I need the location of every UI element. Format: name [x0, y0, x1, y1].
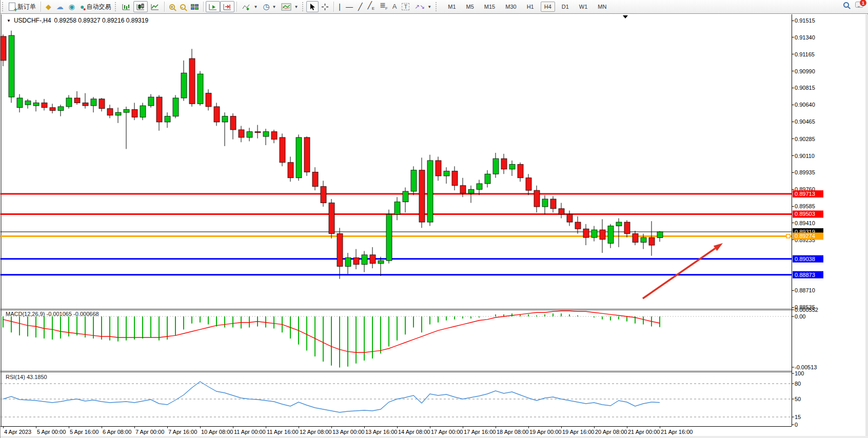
candle-body	[370, 255, 376, 264]
macd-indicator-label: MACD(12,26,9) -0.001065 -0.000668	[6, 311, 99, 317]
templates-button[interactable]: ▼	[279, 1, 301, 12]
toolbar-grip[interactable]	[302, 2, 305, 11]
timeframe-w1-button[interactable]: W1	[576, 2, 591, 12]
vertical-line-button[interactable]: |	[336, 1, 343, 12]
candle-body	[624, 222, 630, 234]
candle-body	[575, 222, 581, 229]
timeframe-h4-button[interactable]: H4	[541, 2, 555, 12]
chart-shift-button[interactable]	[220, 1, 234, 12]
ohlc-values: 0.89258 0.89327 0.89216 0.89319	[54, 17, 149, 24]
chart-window[interactable]: 0.915150.913400.911650.909900.908150.906…	[1, 14, 868, 438]
toolbar-grip[interactable]	[115, 2, 117, 11]
candlestick-chart-icon	[136, 3, 145, 11]
date-tick-label: 12 Apr 08:00	[300, 429, 331, 435]
macd-axis-label: -0.00513	[795, 364, 817, 370]
macd-axis-label: 0.00	[795, 313, 805, 320]
channel-button[interactable]: ╱E	[365, 1, 377, 12]
chevron-down-icon: ▼	[427, 5, 431, 9]
text-button[interactable]: A	[390, 1, 400, 12]
text-label-button[interactable]: T	[399, 1, 412, 12]
date-tick-label: 7 Apr 00:00	[135, 429, 164, 435]
date-tick-label: 19 Apr 00:00	[529, 429, 561, 435]
candle-body	[378, 261, 384, 264]
toolbar: 新订单 ◆ ☁ ◉ ● ● 自动交易	[1, 0, 868, 14]
price-tick-label: 0.91165	[795, 51, 815, 57]
price-tick-label: 0.88710	[795, 287, 815, 293]
crosshair-icon	[321, 3, 329, 11]
toolbar-grip[interactable]	[2, 2, 5, 11]
timeframe-m5-button[interactable]: M5	[463, 2, 478, 12]
toolbar-separator	[236, 2, 237, 12]
candle-body	[99, 99, 105, 109]
date-tick-label: 10 Apr 08:00	[201, 429, 233, 435]
candle-body	[280, 137, 285, 163]
candle-body	[91, 99, 96, 106]
signal-icon: ◉	[69, 3, 75, 10]
arrows-button[interactable]: ↗↘ ▼	[412, 1, 434, 12]
tile-windows-button[interactable]	[188, 1, 201, 12]
timeframe-m15-button[interactable]: M15	[481, 2, 499, 12]
rsi-axis-label: 100	[795, 370, 804, 376]
horizontal-line-button[interactable]: —	[343, 1, 356, 12]
zoom-out-button[interactable]: -	[177, 1, 188, 12]
candle-body	[329, 203, 334, 234]
candle-body	[173, 98, 179, 116]
rsi-axis-label: 80	[795, 381, 801, 387]
timeframe-mn-button[interactable]: MN	[594, 2, 610, 12]
candlestick-chart-button[interactable]	[133, 1, 148, 12]
chart-title: ▼ USDCHF-,H4 0.89258 0.89327 0.89216 0.8…	[7, 17, 148, 24]
candle-body	[263, 132, 269, 136]
line-handle[interactable]	[786, 234, 790, 238]
timeframe-m1-button[interactable]: M1	[444, 2, 459, 12]
crosshair-button[interactable]	[319, 1, 331, 12]
new-order-icon	[9, 3, 15, 11]
line-chart-button[interactable]	[148, 1, 162, 12]
date-tick-label: 6 Apr 08:00	[103, 429, 131, 435]
candle-body	[550, 199, 556, 209]
candle-body	[583, 229, 589, 237]
trendline-button[interactable]: ╱	[356, 1, 365, 12]
rsi-axis-label: 0	[795, 422, 798, 428]
candle-body	[255, 132, 261, 133]
candle-body	[239, 130, 244, 137]
chat-icon[interactable]: 1	[855, 2, 863, 8]
auto-scroll-button[interactable]	[206, 1, 220, 12]
market-watch-button[interactable]: ◆	[43, 1, 54, 12]
cursor-button[interactable]	[306, 1, 319, 12]
bar-chart-button[interactable]	[119, 1, 133, 12]
search-icon[interactable]	[843, 2, 849, 8]
line-chart-icon	[150, 3, 160, 11]
publish-chart-button[interactable]: ☁	[54, 1, 66, 12]
timeframe-d1-button[interactable]: D1	[558, 2, 573, 12]
date-tick-label: 5 Apr 16:00	[70, 429, 98, 435]
chevron-down-icon: ▼	[272, 5, 276, 9]
toolbar-grip[interactable]	[436, 2, 438, 11]
chart-canvas[interactable]: 0.915150.913400.911650.909900.908150.906…	[1, 14, 868, 438]
timeframe-m30-button[interactable]: M30	[502, 2, 520, 12]
auto-trading-button[interactable]: ● ● 自动交易	[77, 1, 113, 12]
timeframe-h1-button[interactable]: H1	[523, 2, 538, 12]
zoom-in-button[interactable]: +	[167, 1, 177, 12]
zoom-in-icon: +	[169, 4, 175, 10]
candle-body	[633, 234, 638, 243]
periods-button[interactable]: ◷ ▼	[260, 1, 279, 12]
candle-body	[247, 132, 252, 137]
fibonacci-button[interactable]: ≣F	[377, 1, 390, 12]
signals-button[interactable]: ◉	[66, 1, 77, 12]
candle-body	[312, 172, 318, 187]
candle-body	[9, 35, 14, 97]
new-order-button[interactable]: 新订单	[6, 1, 38, 12]
toolbar-separator	[41, 2, 41, 12]
candle-body	[534, 190, 540, 207]
collapse-triangle-icon[interactable]: ▼	[7, 18, 11, 23]
candle-body	[649, 237, 655, 245]
candle-body	[107, 109, 113, 115]
price-badge-label: 0.89713	[795, 191, 815, 197]
candle-body	[501, 158, 507, 169]
candle-body	[25, 101, 31, 105]
price-tick-label: 0.90990	[795, 68, 815, 74]
date-tick-label: 14 Apr 08:00	[398, 429, 430, 435]
cloud-upload-icon: ☁	[56, 3, 64, 10]
candle-body	[657, 232, 663, 237]
indicators-button[interactable]: ▼	[239, 1, 260, 12]
